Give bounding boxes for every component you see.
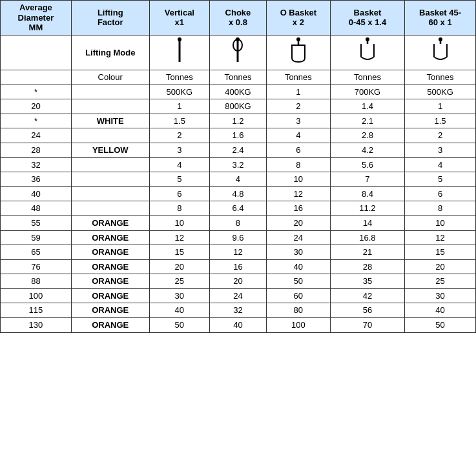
basket045-value: 56: [330, 303, 404, 318]
icon-vertical: [149, 35, 209, 70]
choke-value: 32: [210, 303, 267, 318]
basket045-value: 5.6: [330, 157, 404, 172]
obasket-icon-svg: [289, 37, 307, 63]
color-cell: ORANGE: [71, 259, 149, 274]
color-cell: ORANGE: [71, 303, 149, 318]
avg-diameter-cell: 130: [1, 318, 72, 333]
basket4560-value: 500KG: [405, 85, 476, 99]
basket045-value: 4.2: [330, 143, 404, 157]
obasket-value: 8: [266, 157, 330, 172]
obasket-value: 12: [266, 186, 330, 201]
avg-diameter-cell: 115: [1, 303, 72, 318]
avg-diameter-cell: 100: [1, 288, 72, 303]
choke-value: 24: [210, 288, 267, 303]
basket045-value: 8.4: [330, 186, 404, 201]
colour-label-cell: Colour: [71, 70, 149, 85]
table-row: 20VIOLET1800KG21.41: [1, 99, 476, 114]
basket045-value: 70: [330, 318, 404, 333]
tonnes-vertical: Tonnes: [149, 70, 209, 85]
color-cell: ORANGE: [71, 288, 149, 303]
avg-diameter-cell: 55: [1, 215, 72, 230]
icon-obasket: [266, 35, 330, 70]
col-header-obasket: O Basketx 2: [266, 1, 330, 35]
table-row: *BLACK500KG400KG1700KG500KG: [1, 85, 476, 99]
choke-value: 2.4: [210, 143, 267, 157]
basket4560-value: 6: [405, 186, 476, 201]
obasket-value: 40: [266, 259, 330, 274]
mode-label-cell: Lifting Mode: [71, 35, 149, 70]
basket4560-value: 15: [405, 245, 476, 260]
avg-diameter-cell: 40: [1, 186, 72, 201]
color-cell: BLUE: [71, 201, 149, 216]
vertical-value: 30: [149, 288, 209, 303]
obasket-value: 20: [266, 215, 330, 230]
basket045-value: 42: [330, 288, 404, 303]
basket045-value: 11.2: [330, 201, 404, 216]
color-cell: GREEN: [71, 128, 149, 143]
obasket-value: 3: [266, 114, 330, 128]
vertical-value: 1: [149, 99, 209, 114]
choke-value: 4: [210, 172, 267, 187]
color-cell: ORANGE: [71, 274, 149, 289]
table-row: *WHITE1.51.232.11.5: [1, 114, 476, 128]
basket4560-value: 50: [405, 318, 476, 333]
icon-basket4560: [405, 35, 476, 70]
color-cell: ORANGE: [71, 230, 149, 245]
basket4560-value: 5: [405, 172, 476, 187]
tonnes-choke: Tonnes: [210, 70, 267, 85]
col-header-basket4560: Basket 45-60 x 1: [405, 1, 476, 35]
table-row: 48BLUE86.41611.28: [1, 201, 476, 216]
vertical-value: 25: [149, 274, 209, 289]
color-cell: YELLOW: [71, 143, 149, 157]
color-cell: ORANGE: [71, 215, 149, 230]
mode-avg-cell: [1, 35, 72, 70]
table-row: 24GREEN21.642.82: [1, 128, 476, 143]
avg-diameter-cell: 88: [1, 274, 72, 289]
icon-basket045: [330, 35, 404, 70]
choke-value: 400KG: [210, 85, 267, 99]
colour-tonnes-row: Colour Tonnes Tonnes Tonnes Tonnes Tonne…: [1, 70, 476, 85]
vertical-icon-svg: [173, 37, 186, 63]
basket045-value: 2.1: [330, 114, 404, 128]
choke-value: 6.4: [210, 201, 267, 216]
tonnes-basket045: Tonnes: [330, 70, 404, 85]
svg-point-14: [439, 37, 442, 41]
obasket-value: 100: [266, 318, 330, 333]
basket4560-value: 40: [405, 303, 476, 318]
obasket-value: 2: [266, 99, 330, 114]
choke-value: 3.2: [210, 157, 267, 172]
lifting-mode-row: Lifting Mode: [1, 35, 476, 70]
basket4560-value: 12: [405, 230, 476, 245]
vertical-value: 10: [149, 215, 209, 230]
basket4560-value: 1: [405, 99, 476, 114]
choke-value: 20: [210, 274, 267, 289]
avg-diameter-cell: 24: [1, 128, 72, 143]
table-row: 130ORANGE50401007050: [1, 318, 476, 333]
basket045-value: 16.8: [330, 230, 404, 245]
basket4560-value: 4: [405, 157, 476, 172]
color-cell: WHITE: [71, 114, 149, 128]
obasket-value: 4: [266, 128, 330, 143]
table-row: 65ORANGE1512302115: [1, 245, 476, 260]
obasket-value: 6: [266, 143, 330, 157]
color-cell: RED: [71, 172, 149, 187]
basket4560-value: 3: [405, 143, 476, 157]
avg-diameter-cell: 28: [1, 143, 72, 157]
vertical-value: 3: [149, 143, 209, 157]
col-header-lifting-factor: LiftingFactor: [71, 1, 149, 35]
table-row: 55ORANGE108201410: [1, 215, 476, 230]
basket045-value: 35: [330, 274, 404, 289]
obasket-value: 60: [266, 288, 330, 303]
col-header-choke: Chokex 0.8: [210, 1, 267, 35]
svg-point-1: [178, 37, 181, 41]
basket4560-value: 25: [405, 274, 476, 289]
choke-value: 4.8: [210, 186, 267, 201]
lifting-capacity-table: AverageDiameterMM LiftingFactor Vertical…: [0, 0, 476, 333]
vertical-value: 8: [149, 201, 209, 216]
table-row: 28YELLOW32.464.23: [1, 143, 476, 157]
choke-value: 12: [210, 245, 267, 260]
table-row: 100ORANGE3024604230: [1, 288, 476, 303]
avg-diameter-cell: 48: [1, 201, 72, 216]
basket045-value: 28: [330, 259, 404, 274]
avg-diameter-cell: 20: [1, 99, 72, 114]
